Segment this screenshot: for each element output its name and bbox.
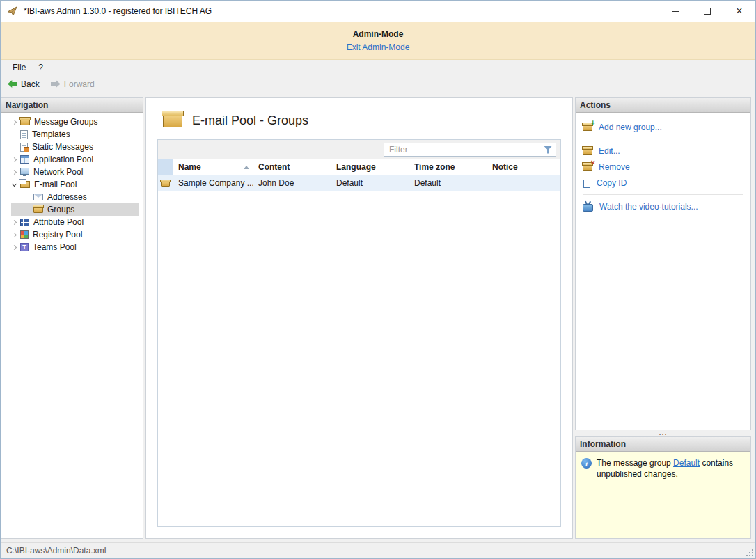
add-new-group-link[interactable]: Add new group... <box>583 119 743 135</box>
navigation-toolbar: Back Forward <box>1 75 755 93</box>
nav-item-label: Addresses <box>47 192 87 202</box>
addresses-envelope-icon <box>33 194 43 200</box>
column-label: Name <box>178 162 201 172</box>
status-bar: C:\IBI-aws\Admin\Data.xml <box>1 542 755 558</box>
forward-label: Forward <box>64 79 95 89</box>
filter-input[interactable] <box>384 145 544 155</box>
action-label: Copy ID <box>597 178 627 188</box>
edit-link[interactable]: Edit... <box>583 143 743 159</box>
cell-name: Sample Company ... <box>173 178 253 188</box>
right-column: Actions Add new group... Edit... Remove <box>575 97 751 539</box>
copy-id-link[interactable]: Copy ID <box>583 175 743 191</box>
column-header-name[interactable]: Name <box>173 159 253 175</box>
page-title: E-mail Pool - Groups <box>192 113 308 128</box>
column-header-icon[interactable] <box>158 159 173 175</box>
nav-item-addresses[interactable]: Addresses <box>11 191 139 203</box>
nav-item-label: Templates <box>32 129 70 139</box>
expand-chevron[interactable] <box>8 221 20 224</box>
info-text-before: The message group <box>597 458 673 468</box>
nav-item-static-messages[interactable]: Static Messages <box>1 141 143 153</box>
expand-chevron[interactable] <box>8 120 20 124</box>
application-pool-icon <box>20 155 29 164</box>
admin-mode-banner: Admin-Mode Exit Admin-Mode <box>1 22 755 60</box>
group-row-icon <box>161 180 170 187</box>
nav-item-registry-pool[interactable]: Registry Pool <box>1 228 143 241</box>
filter-bar <box>158 140 560 159</box>
panel-splitter[interactable]: ... <box>575 430 751 436</box>
templates-icon <box>20 130 28 139</box>
information-panel: Information The message group Default co… <box>575 436 751 539</box>
nav-item-label: Application Pool <box>33 155 93 164</box>
maximize-button[interactable] <box>691 1 723 22</box>
nav-item-templates[interactable]: Templates <box>1 128 143 141</box>
data-file-path: C:\IBI-aws\Admin\Data.xml <box>6 546 106 556</box>
sort-ascending-icon <box>244 166 249 169</box>
table-row[interactable]: Sample Company ... John Doe Default Defa… <box>158 175 560 191</box>
email-pool-icon <box>20 181 30 188</box>
expand-chevron[interactable] <box>8 233 20 237</box>
teams-pool-icon <box>20 243 29 251</box>
nav-item-attribute-pool[interactable]: Attribute Pool <box>1 216 143 228</box>
nav-item-groups[interactable]: Groups <box>11 203 139 216</box>
column-header-notice[interactable]: Notice <box>487 159 560 175</box>
nav-item-label: Network Pool <box>33 167 83 177</box>
info-icon <box>581 458 592 469</box>
groups-icon <box>33 206 43 213</box>
action-label: Edit... <box>599 146 620 156</box>
back-button[interactable]: Back <box>8 79 40 89</box>
nav-item-message-groups[interactable]: Message Groups <box>1 116 143 128</box>
navigation-tree: Message Groups Templates Static Messages… <box>1 113 143 253</box>
column-header-language[interactable]: Language <box>331 159 409 175</box>
column-header-content[interactable]: Content <box>253 159 331 175</box>
registry-pool-icon <box>20 230 29 239</box>
actions-panel: Actions Add new group... Edit... Remove <box>575 97 751 430</box>
back-label: Back <box>21 79 40 89</box>
menu-file[interactable]: File <box>6 61 32 74</box>
app-window: *IBI-aws Admin 1.30.0 - registered for I… <box>0 0 756 559</box>
table-header: Name Content Language Time zone Notice <box>158 159 560 175</box>
column-label: Time zone <box>414 162 455 172</box>
close-icon: × <box>736 6 742 17</box>
video-tutorials-link[interactable]: Watch the video-tutorials... <box>583 198 743 214</box>
column-label: Notice <box>492 162 518 172</box>
nav-item-email-pool[interactable]: E-mail Pool <box>1 178 143 191</box>
expand-chevron[interactable] <box>8 246 20 249</box>
content-area: Navigation Message Groups Templates Stat… <box>1 93 755 542</box>
nav-item-label: Message Groups <box>34 117 97 127</box>
nav-item-teams-pool[interactable]: Teams Pool <box>1 241 143 253</box>
admin-mode-title: Admin-Mode <box>353 29 404 39</box>
remove-link[interactable]: Remove <box>583 159 743 175</box>
action-label: Watch the video-tutorials... <box>599 202 698 212</box>
actions-header: Actions <box>576 98 750 113</box>
actions-separator <box>583 139 743 139</box>
title-bar: *IBI-aws Admin 1.30.0 - registered for I… <box>1 1 755 22</box>
nav-item-label: Teams Pool <box>33 242 77 252</box>
attribute-pool-icon <box>20 219 29 226</box>
minimize-button[interactable] <box>659 1 691 22</box>
main-panel: E-mail Pool - Groups Name Co <box>145 97 573 539</box>
forward-button[interactable]: Forward <box>51 79 95 89</box>
filter-field <box>384 143 556 157</box>
column-header-timezone[interactable]: Time zone <box>409 159 487 175</box>
nav-item-label: Registry Pool <box>33 230 82 239</box>
expand-chevron[interactable] <box>8 158 20 162</box>
network-pool-icon <box>20 168 29 175</box>
actions-separator <box>583 194 743 195</box>
nav-item-network-pool[interactable]: Network Pool <box>1 166 143 178</box>
menu-help[interactable]: ? <box>32 61 49 74</box>
row-icon-cell <box>158 180 173 187</box>
information-message: The message group Default contains unpub… <box>597 458 741 480</box>
filter-funnel-icon[interactable] <box>544 146 552 154</box>
default-group-link[interactable]: Default <box>673 458 700 468</box>
table-empty-area <box>158 191 560 526</box>
nav-item-application-pool[interactable]: Application Pool <box>1 153 143 166</box>
close-button[interactable]: × <box>723 1 755 22</box>
forward-arrow-icon <box>51 80 61 88</box>
exit-admin-mode-link[interactable]: Exit Admin-Mode <box>347 42 410 52</box>
app-icon <box>7 6 18 17</box>
remove-icon <box>583 164 592 171</box>
edit-icon <box>583 148 592 155</box>
expand-chevron[interactable] <box>8 171 20 174</box>
maximize-icon <box>704 8 711 15</box>
resize-grip-icon[interactable] <box>745 548 753 556</box>
